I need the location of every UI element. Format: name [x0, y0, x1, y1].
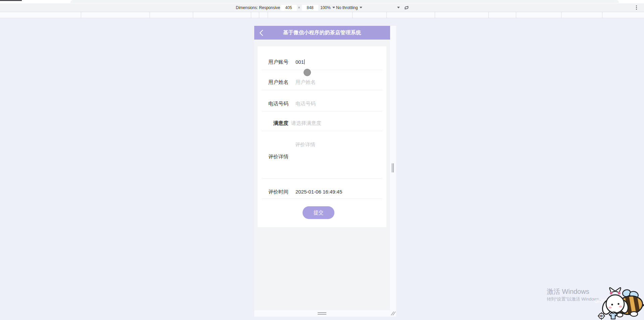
chevron-down-icon: [332, 7, 335, 8]
divider: [262, 111, 382, 111]
dimensions-times-separator: ×: [298, 3, 300, 12]
satisfaction-picker[interactable]: 请选择满意度: [291, 120, 321, 126]
back-arrow-icon[interactable]: [259, 30, 264, 36]
time-label: 评价时间: [258, 189, 288, 195]
zoom-value: 100%: [320, 5, 331, 10]
device-viewport: 基于微信小程序的奶茶店管理系统 用户账号 001 用户姓名 用户姓名 电话号码 …: [254, 26, 390, 310]
throttling-value: No throttling: [336, 5, 358, 10]
viewport-width-input[interactable]: 405: [280, 5, 297, 11]
time-value: 2025-01-06 16:49:45: [296, 189, 342, 195]
detail-textarea[interactable]: 评价详情: [295, 141, 315, 148]
divider: [262, 90, 382, 90]
window-edge-decoration: [0, 0, 22, 1]
throttling-dropdown[interactable]: No throttling: [336, 3, 362, 12]
browser-tab-shape: [70, 0, 619, 3]
rotate-icon: [403, 4, 410, 11]
bee-dog-image: 中: [594, 284, 644, 320]
zoom-dropdown[interactable]: 100%: [320, 3, 335, 12]
window-top-strip: [0, 0, 644, 3]
shirt-icon: [609, 313, 617, 319]
chevron-down-icon: [360, 7, 362, 8]
dimensions-dropdown[interactable]: Dimensions: Responsive: [236, 3, 284, 12]
divider: [262, 199, 382, 199]
rotate-viewport-button[interactable]: [403, 3, 410, 12]
form-card: 用户账号 001 用户姓名 用户姓名 电话号码 电话号码 满意度 请选择满意度 …: [258, 46, 386, 227]
app-navbar: 基于微信小程序的奶茶店管理系统: [254, 26, 390, 40]
viewport-width-resize-handle[interactable]: [390, 26, 396, 310]
touch-cursor-indicator: [304, 69, 311, 76]
viewport-bottom-strip: [254, 310, 396, 317]
detail-label: 评价详情: [258, 153, 288, 160]
divider: [262, 70, 382, 70]
media-query-bar: [0, 12, 644, 18]
username-input[interactable]: 用户姓名: [296, 79, 316, 86]
submit-button[interactable]: 提交: [303, 206, 334, 219]
kebab-menu-icon[interactable]: [634, 5, 639, 10]
svg-text:中: 中: [600, 314, 603, 318]
text-caret: [304, 59, 305, 64]
divider: [262, 131, 382, 131]
bee-dog-sticker: ONS。 S: [594, 284, 644, 320]
viewport-height-input[interactable]: 848: [302, 5, 318, 11]
devtools-device-toolbar: Dimensions: Responsive 405 × 848 100% No…: [0, 3, 644, 12]
viewport-height-resize-handle[interactable]: [318, 312, 326, 315]
account-label: 用户账号: [258, 59, 288, 65]
phone-input[interactable]: 电话号码: [296, 100, 316, 107]
divider: [262, 178, 382, 179]
satisfaction-label: 满意度: [258, 120, 288, 126]
phone-label: 电话号码: [258, 100, 288, 107]
page-title: 基于微信小程序的奶茶店管理系统: [283, 30, 361, 36]
dimensions-label: Dimensions: Responsive: [236, 5, 280, 10]
viewport-corner-resize-handle[interactable]: [390, 311, 396, 316]
extra-dropdown-arrow[interactable]: [397, 3, 400, 12]
chevron-down-icon: [397, 7, 400, 8]
account-input[interactable]: 001: [296, 59, 305, 65]
username-label: 用户姓名: [258, 79, 288, 86]
